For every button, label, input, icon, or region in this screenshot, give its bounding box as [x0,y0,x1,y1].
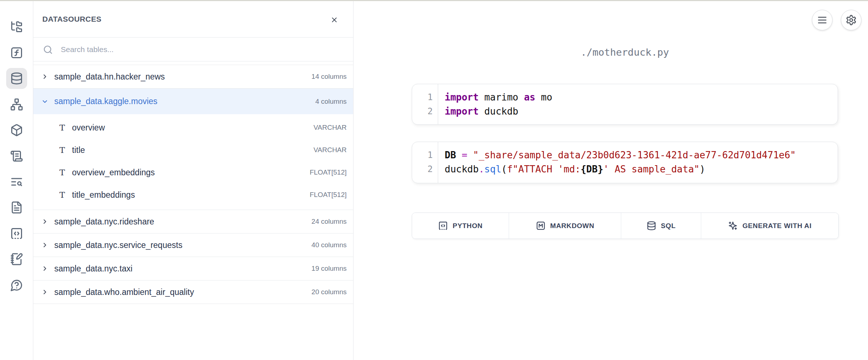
chevron-right-icon [41,265,48,272]
code-token: ' AS sample_data" [603,164,699,175]
sparkles-icon [728,221,738,231]
table-row[interactable]: sample_data.hn.hacker_news14 columns [33,65,353,89]
database-icon [10,72,23,85]
column-type: VARCHAR [314,146,347,154]
sidebar-item-logs[interactable] [6,146,27,167]
code-cell[interactable]: 12import marimo as moimport duckdb [412,84,838,125]
chevron-down-icon [41,98,48,105]
column-name: overview_embeddings [72,168,155,177]
table-row[interactable]: sample_data.nyc.taxi19 columns [33,257,353,280]
table-row[interactable]: sample_data.kaggle.movies4 columns [33,89,353,114]
text-search-icon [10,175,23,188]
column-type: FLOAT[512] [310,168,347,176]
code-token: duckdb [445,164,479,175]
code-token: ) [699,164,705,175]
code-token: sql [484,164,501,175]
column-name: title_embeddings [72,190,135,200]
square-m-icon [536,221,546,231]
sidebar-item-variables[interactable] [6,42,27,63]
column-row[interactable]: ToverviewVARCHAR [33,116,353,139]
add-cell-button-label: SQL [661,222,676,230]
add-cell-toolbar: PYTHONMARKDOWNSQLGENERATE WITH AI [412,213,839,239]
settings-icon [846,14,857,26]
table-row[interactable]: sample_data.who.ambient_air_quality20 co… [33,280,353,304]
code-token: DB [445,150,456,160]
square-code-icon [10,227,23,240]
chevron-right-icon [41,73,48,80]
chevron-right-icon [41,218,48,225]
sidebar-item-scratchpad[interactable] [6,249,27,270]
network-icon [10,98,23,111]
code-cell[interactable]: 12DB = "_share/sample_data/23b0d623-1361… [412,142,838,183]
chevron-right-icon [41,241,48,249]
sidebar-item-snippets[interactable] [6,223,27,244]
sidebar-item-help[interactable] [6,275,27,296]
code-token: "_share/sample_data/23b0d623-1361-421d-a… [473,150,796,160]
settings-button[interactable] [841,10,861,30]
code-token: import [445,92,479,103]
notebook-pen-icon [10,253,23,266]
column-row[interactable]: TtitleVARCHAR [33,139,353,161]
table-name: sample_data.nyc.service_requests [54,240,182,250]
add-cell-button-label: GENERATE WITH AI [742,222,812,230]
column-type: FLOAT[512] [310,191,347,199]
sidebar-item-tracebacks[interactable] [6,171,27,192]
panel-title: DATASOURCES [42,15,101,23]
sidebar-item-documentation[interactable] [6,197,27,218]
add-cell-markdown-button[interactable]: MARKDOWN [509,213,621,239]
notebook-area: ./motherduck.py 12import marimo as moimp… [353,1,868,360]
chevron-right-icon [41,241,48,249]
code-editor[interactable]: DB = "_share/sample_data/23b0d623-1361-4… [438,142,838,183]
text-type-icon: T [58,123,67,132]
code-editor[interactable]: import marimo as moimport duckdb [438,84,838,124]
code-token: import [445,106,479,117]
box-icon [10,124,23,137]
text-type-icon: T [58,190,67,200]
add-cell-generate-with-ai-button[interactable]: GENERATE WITH AI [701,213,838,239]
line-number: 1 [412,148,433,162]
message-circle-question-icon [10,279,23,292]
sidebar-item-packages[interactable] [6,120,27,141]
column-type: VARCHAR [314,124,347,132]
table-column-count: 24 columns [312,218,347,226]
code-token [456,150,462,160]
panel-header: DATASOURCES [33,1,353,38]
close-panel-button[interactable] [329,14,340,26]
table-row[interactable]: sample_data.nyc.rideshare24 columns [33,210,353,233]
tables-list: sample_data.hn.hacker_news14 columnssamp… [33,65,353,304]
table-column-count: 20 columns [312,288,347,296]
code-token: = [462,150,467,160]
datasources-panel: DATASOURCES sample_data.hn.hacker_news14… [33,1,353,360]
table-column-count: 40 columns [312,241,347,249]
chevron-right-icon [41,288,48,296]
scroll-text-icon [10,150,23,163]
code-line: import duckdb [445,104,838,119]
add-cell-sql-button[interactable]: SQL [621,213,701,239]
notebook-menu-button[interactable] [812,10,833,30]
code-token: duckdb [479,106,518,117]
chevron-right-icon [41,218,48,225]
column-row[interactable]: Ttitle_embeddingsFLOAT[512] [33,184,353,206]
code-line: DB = "_share/sample_data/23b0d623-1361-4… [445,148,838,162]
column-group: ToverviewVARCHARTtitleVARCHARToverview_e… [33,114,353,210]
activity-sidebar [0,1,33,360]
column-row[interactable]: Toverview_embeddingsFLOAT[512] [33,161,353,184]
code-token: mo [535,92,552,103]
add-cell-python-button[interactable]: PYTHON [412,213,509,239]
line-number-gutter: 12 [412,142,438,183]
column-name: title [72,145,85,155]
sidebar-item-file-explorer[interactable] [6,16,27,37]
sidebar-item-dependency-graph[interactable] [6,94,27,115]
database-icon [647,221,656,231]
chevron-right-icon [41,288,48,296]
code-token [467,150,473,160]
search-input[interactable] [61,38,343,61]
code-line: duckdb.sql(f"ATTACH 'md:{DB}' AS sample_… [445,162,838,176]
line-number: 1 [412,90,433,104]
table-row[interactable]: sample_data.nyc.service_requests40 colum… [33,233,353,257]
square-code-icon [438,221,448,231]
code-token: . [479,164,484,175]
table-column-count: 4 columns [315,98,347,106]
column-name: overview [72,123,105,133]
sidebar-item-datasources[interactable] [6,68,27,89]
